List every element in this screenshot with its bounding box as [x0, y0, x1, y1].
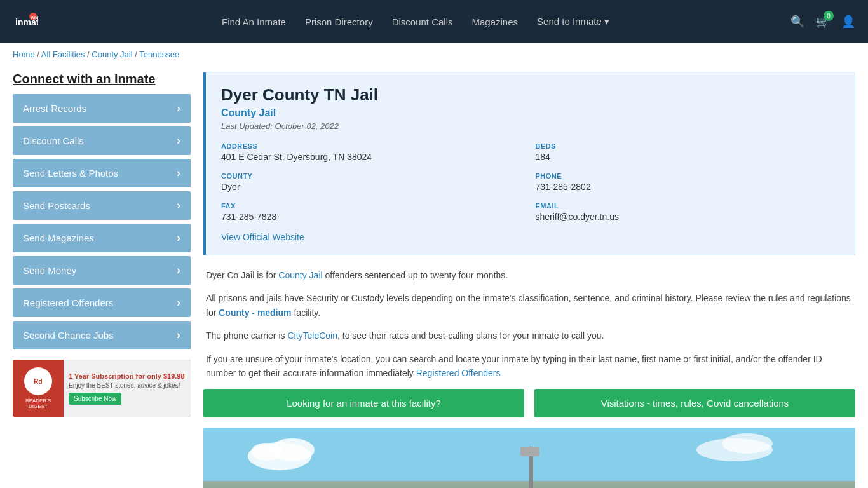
citytelecoin-link[interactable]: CityTeleCoin [287, 330, 337, 341]
sidebar-label-registered-offenders: Registered Offenders [23, 297, 113, 308]
arrow-icon-4: › [177, 231, 180, 245]
breadcrumb-state[interactable]: Tennessee [139, 50, 179, 59]
ad-subscribe-button[interactable]: Subscribe Now [69, 393, 121, 405]
ad-subtitle: Enjoy the BEST stories, advice & jokes! [69, 382, 186, 389]
ad-logo: Rd [24, 367, 52, 395]
desc-para2: All prisons and jails have Security or C… [206, 291, 853, 320]
breadcrumb: Home / All Facilities / County Jail / Te… [0, 43, 868, 65]
svg-point-6 [251, 443, 283, 461]
beds-value: 184 [536, 152, 550, 162]
ad-inner: Rd READER'SDIGEST 1 Year Subscription fo… [13, 360, 191, 417]
sidebar-item-registered-offenders[interactable]: Registered Offenders › [13, 288, 191, 317]
desc-para1-text: Dyer Co Jail is for [206, 270, 278, 280]
cloud-svg-2 [690, 431, 792, 463]
sidebar-item-send-magazines[interactable]: Send Magazines › [13, 224, 191, 252]
fax-value: 731-285-7828 [221, 212, 276, 222]
county-label: COUNTY [221, 172, 526, 180]
address-value: 401 E Cedar St, Dyersburg, TN 38024 [221, 152, 372, 162]
desc-para2-end: facility. [292, 308, 321, 318]
photo-light [520, 447, 539, 456]
sidebar-label-arrest-records: Arrest Records [23, 103, 86, 114]
sidebar-item-discount-calls[interactable]: Discount Calls › [13, 126, 191, 155]
sidebar-label-send-letters: Send Letters & Photos [23, 168, 118, 179]
email-label: EMAIL [536, 202, 840, 210]
ad-logo-sub: READER'SDIGEST [25, 398, 51, 409]
logo-icon: inmate Aid [13, 9, 38, 34]
desc-para4-text: If you are unsure of your inmate's locat… [206, 354, 822, 378]
county-field: COUNTY Dyer [221, 172, 526, 192]
find-inmate-button[interactable]: Looking for an inmate at this facility? [203, 389, 524, 417]
phone-value: 731-285-2802 [536, 182, 591, 192]
nav-magazines[interactable]: Magazines [472, 17, 519, 27]
official-website-link[interactable]: View Official Website [221, 232, 304, 242]
cloud-svg [241, 434, 369, 472]
address-label: ADDRESS [221, 142, 526, 150]
ad-title: 1 Year Subscription for only $19.98 [69, 372, 186, 380]
ad-left: Rd READER'SDIGEST [13, 360, 64, 417]
nav-send-to-inmate[interactable]: Send to Inmate ▾ [537, 16, 609, 27]
arrow-icon-5: › [177, 264, 180, 277]
county-medium-link[interactable]: County - medium [219, 308, 291, 318]
county-value: Dyer [221, 182, 240, 192]
svg-point-8 [722, 433, 773, 454]
desc-para3-end: , to see their rates and best-calling pl… [337, 330, 604, 341]
main-content: Dyer County TN Jail County Jail Last Upd… [203, 72, 855, 488]
arrow-icon-2: › [177, 166, 180, 180]
registered-offenders-link[interactable]: Registered Offenders [416, 368, 501, 378]
sidebar-label-send-postcards: Send Postcards [23, 200, 90, 211]
main-layout: Connect with an Inmate Arrest Records › … [0, 65, 868, 488]
breadcrumb-county-jail[interactable]: County Jail [92, 50, 132, 59]
cart-icon[interactable]: 🛒 0 [816, 15, 830, 29]
beds-label: BEDS [536, 142, 840, 150]
facility-type: County Jail [221, 107, 839, 119]
ad-banner[interactable]: Rd READER'SDIGEST 1 Year Subscription fo… [13, 360, 191, 417]
action-buttons: Looking for an inmate at this facility? … [203, 389, 855, 417]
logo[interactable]: inmate Aid [13, 9, 41, 34]
nav-prison-directory[interactable]: Prison Directory [305, 17, 373, 27]
desc-para1-end: offenders sentenced up to twenty four mo… [323, 270, 508, 280]
phone-field: PHONE 731-285-2802 [536, 172, 840, 192]
sidebar-label-second-chance-jobs: Second Chance Jobs [23, 330, 114, 341]
nav-discount-calls[interactable]: Discount Calls [392, 17, 453, 27]
sidebar-label-send-magazines: Send Magazines [23, 233, 94, 243]
sidebar-item-send-postcards[interactable]: Send Postcards › [13, 191, 191, 220]
desc-para4: If you are unsure of your inmate's locat… [206, 352, 853, 381]
arrow-icon-0: › [177, 102, 180, 115]
fax-field: FAX 731-285-7828 [221, 202, 526, 222]
user-icon[interactable]: 👤 [841, 15, 855, 29]
nav-find-inmate[interactable]: Find An Inmate [222, 17, 286, 27]
breadcrumb-home[interactable]: Home [13, 50, 35, 59]
main-nav: Find An Inmate Prison Directory Discount… [222, 16, 609, 27]
fax-label: FAX [221, 202, 526, 210]
arrow-icon-7: › [177, 329, 180, 342]
search-icon[interactable]: 🔍 [790, 15, 804, 29]
facility-updated: Last Updated: October 02, 2022 [221, 121, 839, 131]
facility-card: Dyer County TN Jail County Jail Last Upd… [203, 72, 855, 255]
ad-right: 1 Year Subscription for only $19.98 Enjo… [64, 360, 191, 417]
sidebar-item-arrest-records[interactable]: Arrest Records › [13, 94, 191, 123]
sidebar-label-discount-calls: Discount Calls [23, 135, 84, 146]
svg-text:Aid: Aid [31, 15, 38, 20]
cart-count: 0 [824, 11, 834, 21]
arrow-icon-6: › [177, 296, 180, 309]
sidebar-item-send-money[interactable]: Send Money › [13, 256, 191, 285]
address-field: ADDRESS 401 E Cedar St, Dyersburg, TN 38… [221, 142, 526, 162]
facility-name: Dyer County TN Jail [221, 85, 839, 105]
facility-info-grid: ADDRESS 401 E Cedar St, Dyersburg, TN 38… [221, 142, 839, 222]
beds-field: BEDS 184 [536, 142, 840, 162]
header: inmate Aid Find An Inmate Prison Directo… [0, 0, 868, 43]
arrow-icon-1: › [177, 134, 180, 147]
county-jail-link1[interactable]: County Jail [278, 270, 322, 280]
description: Dyer Co Jail is for County Jail offender… [203, 268, 855, 380]
arrow-icon-3: › [177, 199, 180, 212]
visitations-button[interactable]: Visitations - times, rules, Covid cancel… [534, 389, 855, 417]
sidebar-item-second-chance-jobs[interactable]: Second Chance Jobs › [13, 321, 191, 349]
header-icons: 🔍 🛒 0 👤 [790, 15, 855, 29]
desc-para3-text: The phone carrier is [206, 330, 287, 341]
facility-photo [203, 428, 855, 488]
sidebar-item-send-letters[interactable]: Send Letters & Photos › [13, 159, 191, 187]
sidebar: Connect with an Inmate Arrest Records › … [13, 72, 191, 488]
desc-para1: Dyer Co Jail is for County Jail offender… [206, 268, 853, 282]
breadcrumb-all-facilities[interactable]: All Facilities [41, 50, 85, 59]
email-field: EMAIL sheriff@co.dyer.tn.us [536, 202, 840, 222]
